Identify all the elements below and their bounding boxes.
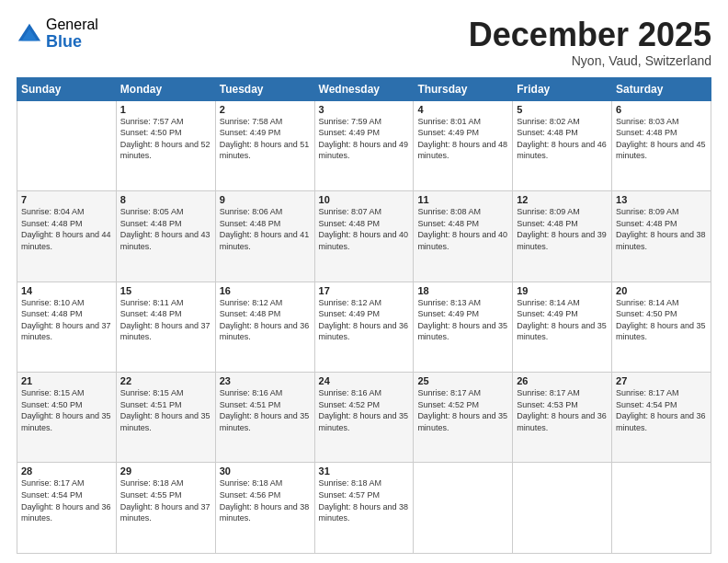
table-row: 26 Sunrise: 8:17 AMSunset: 4:53 PMDaylig… — [513, 373, 612, 463]
table-row: 10 Sunrise: 8:07 AMSunset: 4:48 PMDaylig… — [314, 191, 414, 282]
cell-text: Sunrise: 8:18 AMSunset: 4:57 PMDaylight:… — [319, 477, 410, 523]
table-row: 28 Sunrise: 8:17 AMSunset: 4:54 PMDaylig… — [17, 463, 117, 554]
table-row: 4 Sunrise: 8:01 AMSunset: 4:49 PMDayligh… — [414, 100, 513, 190]
page: General Blue December 2025 Nyon, Vaud, S… — [0, 0, 728, 563]
table-row: 11 Sunrise: 8:08 AMSunset: 4:48 PMDaylig… — [414, 191, 513, 282]
cell-text: Sunrise: 8:12 AMSunset: 4:49 PMDaylight:… — [319, 297, 410, 343]
table-row: 27 Sunrise: 8:17 AMSunset: 4:54 PMDaylig… — [612, 373, 711, 463]
cell-text: Sunrise: 8:09 AMSunset: 4:48 PMDaylight:… — [616, 206, 707, 252]
day-number: 18 — [417, 285, 508, 296]
day-number: 4 — [417, 104, 508, 115]
calendar-week-2: 14 Sunrise: 8:10 AMSunset: 4:48 PMDaylig… — [17, 282, 711, 372]
cell-text: Sunrise: 8:10 AMSunset: 4:48 PMDaylight:… — [21, 297, 112, 343]
day-number: 7 — [21, 194, 112, 205]
table-row: 29 Sunrise: 8:18 AMSunset: 4:55 PMDaylig… — [116, 463, 215, 554]
col-friday: Friday — [513, 77, 612, 100]
day-number: 9 — [220, 194, 311, 205]
cell-text: Sunrise: 7:58 AMSunset: 4:49 PMDaylight:… — [220, 116, 311, 162]
cell-text: Sunrise: 8:14 AMSunset: 4:50 PMDaylight:… — [616, 297, 707, 343]
day-number: 27 — [616, 375, 707, 386]
col-thursday: Thursday — [414, 77, 513, 100]
logo-icon — [17, 22, 42, 48]
table-row: 22 Sunrise: 8:15 AMSunset: 4:51 PMDaylig… — [116, 373, 215, 463]
day-number: 16 — [220, 285, 311, 296]
day-number: 24 — [319, 375, 410, 386]
day-number: 10 — [319, 194, 410, 205]
cell-text: Sunrise: 8:17 AMSunset: 4:54 PMDaylight:… — [21, 477, 112, 523]
cell-text: Sunrise: 8:02 AMSunset: 4:48 PMDaylight:… — [517, 116, 608, 162]
day-number: 14 — [21, 285, 112, 296]
day-number: 30 — [220, 465, 311, 477]
day-number: 28 — [21, 465, 112, 477]
cell-text: Sunrise: 8:07 AMSunset: 4:48 PMDaylight:… — [319, 206, 410, 252]
calendar-week-3: 21 Sunrise: 8:15 AMSunset: 4:50 PMDaylig… — [17, 373, 711, 463]
cell-text: Sunrise: 7:57 AMSunset: 4:50 PMDaylight:… — [120, 116, 211, 162]
table-row — [612, 463, 711, 554]
day-number: 6 — [616, 104, 707, 115]
table-row: 13 Sunrise: 8:09 AMSunset: 4:48 PMDaylig… — [612, 191, 711, 282]
cell-text: Sunrise: 8:08 AMSunset: 4:48 PMDaylight:… — [417, 206, 508, 252]
day-number: 19 — [517, 285, 608, 296]
table-row: 15 Sunrise: 8:11 AMSunset: 4:48 PMDaylig… — [116, 282, 215, 372]
cell-text: Sunrise: 8:17 AMSunset: 4:53 PMDaylight:… — [517, 387, 608, 433]
table-row: 18 Sunrise: 8:13 AMSunset: 4:49 PMDaylig… — [414, 282, 513, 372]
table-row: 30 Sunrise: 8:18 AMSunset: 4:56 PMDaylig… — [215, 463, 314, 554]
table-row: 17 Sunrise: 8:12 AMSunset: 4:49 PMDaylig… — [314, 282, 414, 372]
table-row: 5 Sunrise: 8:02 AMSunset: 4:48 PMDayligh… — [513, 100, 612, 190]
header: General Blue December 2025 Nyon, Vaud, S… — [17, 17, 711, 68]
cell-text: Sunrise: 8:05 AMSunset: 4:48 PMDaylight:… — [120, 206, 211, 252]
cell-text: Sunrise: 8:09 AMSunset: 4:48 PMDaylight:… — [517, 206, 608, 252]
month-title: December 2025 — [469, 17, 711, 53]
calendar-header-row: Sunday Monday Tuesday Wednesday Thursday… — [17, 77, 711, 100]
col-tuesday: Tuesday — [215, 77, 314, 100]
day-number: 1 — [120, 104, 211, 115]
cell-text: Sunrise: 7:59 AMSunset: 4:49 PMDaylight:… — [319, 116, 410, 162]
calendar-week-0: 1 Sunrise: 7:57 AMSunset: 4:50 PMDayligh… — [17, 100, 711, 190]
col-wednesday: Wednesday — [314, 77, 414, 100]
calendar-week-1: 7 Sunrise: 8:04 AMSunset: 4:48 PMDayligh… — [17, 191, 711, 282]
table-row — [414, 463, 513, 554]
day-number: 23 — [220, 375, 311, 386]
day-number: 21 — [21, 375, 112, 386]
day-number: 15 — [120, 285, 211, 296]
day-number: 22 — [120, 375, 211, 386]
table-row: 12 Sunrise: 8:09 AMSunset: 4:48 PMDaylig… — [513, 191, 612, 282]
day-number: 8 — [120, 194, 211, 205]
cell-text: Sunrise: 8:03 AMSunset: 4:48 PMDaylight:… — [616, 116, 707, 162]
cell-text: Sunrise: 8:16 AMSunset: 4:51 PMDaylight:… — [220, 387, 311, 433]
day-number: 12 — [517, 194, 608, 205]
logo-text: General Blue — [46, 17, 98, 51]
cell-text: Sunrise: 8:01 AMSunset: 4:49 PMDaylight:… — [417, 116, 508, 162]
table-row: 2 Sunrise: 7:58 AMSunset: 4:49 PMDayligh… — [215, 100, 314, 190]
table-row — [513, 463, 612, 554]
table-row: 24 Sunrise: 8:16 AMSunset: 4:52 PMDaylig… — [314, 373, 414, 463]
cell-text: Sunrise: 8:17 AMSunset: 4:52 PMDaylight:… — [417, 387, 508, 433]
day-number: 11 — [417, 194, 508, 205]
calendar-week-4: 28 Sunrise: 8:17 AMSunset: 4:54 PMDaylig… — [17, 463, 711, 554]
table-row: 31 Sunrise: 8:18 AMSunset: 4:57 PMDaylig… — [314, 463, 414, 554]
cell-text: Sunrise: 8:04 AMSunset: 4:48 PMDaylight:… — [21, 206, 112, 252]
day-number: 3 — [319, 104, 410, 115]
logo-blue: Blue — [46, 33, 98, 52]
cell-text: Sunrise: 8:11 AMSunset: 4:48 PMDaylight:… — [120, 297, 211, 343]
table-row: 7 Sunrise: 8:04 AMSunset: 4:48 PMDayligh… — [17, 191, 117, 282]
table-row: 21 Sunrise: 8:15 AMSunset: 4:50 PMDaylig… — [17, 373, 117, 463]
calendar-table: Sunday Monday Tuesday Wednesday Thursday… — [17, 77, 711, 554]
table-row: 23 Sunrise: 8:16 AMSunset: 4:51 PMDaylig… — [215, 373, 314, 463]
cell-text: Sunrise: 8:16 AMSunset: 4:52 PMDaylight:… — [319, 387, 410, 433]
cell-text: Sunrise: 8:06 AMSunset: 4:48 PMDaylight:… — [220, 206, 311, 252]
day-number: 20 — [616, 285, 707, 296]
table-row: 14 Sunrise: 8:10 AMSunset: 4:48 PMDaylig… — [17, 282, 117, 372]
location: Nyon, Vaud, Switzerland — [469, 53, 711, 68]
cell-text: Sunrise: 8:18 AMSunset: 4:56 PMDaylight:… — [220, 477, 311, 523]
table-row — [17, 100, 117, 190]
day-number: 17 — [319, 285, 410, 296]
day-number: 25 — [417, 375, 508, 386]
table-row: 16 Sunrise: 8:12 AMSunset: 4:48 PMDaylig… — [215, 282, 314, 372]
table-row: 19 Sunrise: 8:14 AMSunset: 4:49 PMDaylig… — [513, 282, 612, 372]
logo-general: General — [46, 17, 98, 33]
day-number: 5 — [517, 104, 608, 115]
logo: General Blue — [17, 17, 98, 51]
table-row: 1 Sunrise: 7:57 AMSunset: 4:50 PMDayligh… — [116, 100, 215, 190]
col-monday: Monday — [116, 77, 215, 100]
